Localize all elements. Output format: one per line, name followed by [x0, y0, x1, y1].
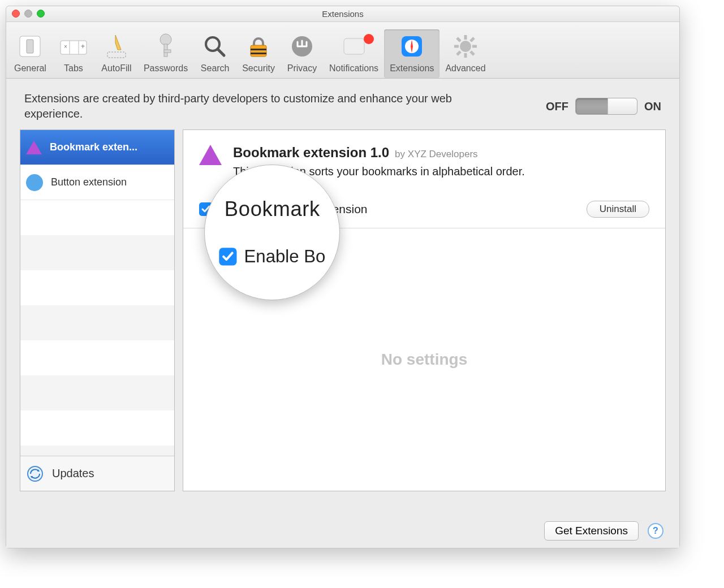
tab-general[interactable]: General: [8, 29, 52, 78]
svg-line-25: [457, 38, 460, 41]
titlebar: Extensions: [6, 6, 679, 22]
extensions-master-toggle[interactable]: [575, 98, 637, 115]
circle-icon: [26, 174, 43, 191]
magnifier-enable-label: Enable Bo: [244, 247, 325, 267]
magnifier-enable: Enable Bo: [219, 247, 325, 267]
svg-rect-17: [344, 38, 364, 54]
toggle-off-label: OFF: [546, 100, 568, 113]
extension-author: by XYZ Developers: [395, 149, 477, 160]
main-split: Bookmark exten... Button extension Updat…: [6, 129, 679, 491]
extension-icon: [199, 145, 222, 165]
svg-line-12: [218, 49, 224, 55]
toolbar-label: Tabs: [64, 63, 83, 74]
toggle-on-label: ON: [644, 100, 661, 113]
intro-row: Extensions are created by third-party de…: [6, 79, 679, 129]
security-icon: [243, 32, 274, 61]
svg-rect-14: [251, 49, 266, 50]
toolbar-label: AutoFill: [101, 63, 131, 74]
toolbar-label: Advanced: [445, 63, 485, 74]
svg-line-26: [471, 51, 474, 55]
uninstall-button[interactable]: Uninstall: [587, 201, 649, 218]
checkbox-icon: [219, 248, 236, 265]
magnifier-title: Bookmark: [224, 198, 320, 222]
svg-point-20: [460, 41, 471, 52]
sidebar-empty: [20, 200, 174, 456]
window-controls: [12, 10, 45, 18]
tab-notifications[interactable]: Notifications: [324, 29, 384, 78]
toolbar-label: Passwords: [144, 63, 188, 74]
autofill-icon: [101, 32, 132, 61]
close-icon[interactable]: [12, 10, 20, 18]
svg-point-29: [28, 466, 42, 481]
tabs-icon: ×+: [58, 32, 89, 61]
master-toggle: OFF ON: [546, 98, 661, 115]
sidebar-item-label: Bookmark exten...: [50, 141, 137, 153]
sidebar-item-bookmark[interactable]: Bookmark exten...: [20, 130, 174, 165]
svg-text:+: +: [81, 42, 85, 50]
magnifier-overlay: Bookmark Enable Bo: [204, 165, 340, 300]
updates-icon: [26, 465, 44, 483]
sidebar-item-button[interactable]: Button extension: [20, 165, 174, 200]
svg-rect-15: [251, 53, 266, 54]
zoom-icon[interactable]: [37, 10, 45, 18]
extensions-sidebar: Bookmark exten... Button extension Updat…: [20, 129, 175, 491]
svg-rect-10: [164, 50, 171, 53]
intro-text: Extensions are created by third-party de…: [24, 91, 454, 122]
svg-line-27: [471, 38, 474, 41]
svg-text:×: ×: [64, 44, 67, 50]
toolbar-label: Privacy: [287, 63, 317, 74]
toolbar-label: Search: [201, 63, 230, 74]
tab-autofill[interactable]: AutoFill: [95, 29, 138, 78]
general-icon: [14, 32, 46, 61]
tab-security[interactable]: Security: [236, 29, 281, 78]
sidebar-item-label: Button extension: [51, 176, 127, 188]
toolbar-label: Security: [242, 63, 275, 74]
privacy-icon: [286, 32, 318, 61]
svg-rect-7: [107, 52, 126, 58]
tab-extensions[interactable]: Extensions: [384, 29, 439, 78]
extensions-icon: [396, 32, 428, 61]
updates-label: Updates: [52, 467, 94, 480]
tab-search[interactable]: Search: [193, 29, 236, 78]
help-button[interactable]: ?: [648, 523, 663, 539]
tab-passwords[interactable]: Passwords: [138, 29, 193, 78]
advanced-icon: [450, 32, 481, 61]
minimize-icon[interactable]: [24, 10, 32, 18]
tab-privacy[interactable]: Privacy: [281, 29, 324, 78]
notification-badge-icon: [364, 34, 374, 44]
passwords-icon: [150, 32, 182, 61]
tab-tabs[interactable]: ×+ Tabs: [52, 29, 95, 78]
svg-rect-13: [251, 45, 266, 57]
toolbar-label: Notifications: [329, 63, 378, 74]
tab-advanced[interactable]: Advanced: [439, 29, 491, 78]
svg-rect-1: [27, 40, 33, 53]
get-extensions-button[interactable]: Get Extensions: [544, 521, 639, 541]
triangle-icon: [26, 141, 42, 154]
toolbar: General ×+ Tabs AutoFill Passwords Searc…: [6, 22, 679, 79]
no-settings-label: No settings: [381, 351, 467, 369]
toolbar-label: General: [14, 63, 46, 74]
sidebar-updates[interactable]: Updates: [20, 456, 174, 491]
preferences-window: Extensions General ×+ Tabs AutoFill: [6, 6, 680, 548]
extension-title: Bookmark extension 1.0: [233, 145, 389, 161]
footer: Get Extensions ?: [6, 514, 679, 548]
svg-point-8: [160, 34, 171, 45]
toggle-knob: [607, 98, 637, 114]
svg-line-28: [457, 51, 460, 55]
window-title: Extensions: [6, 6, 679, 22]
search-icon: [199, 32, 231, 61]
toolbar-label: Extensions: [390, 63, 434, 74]
